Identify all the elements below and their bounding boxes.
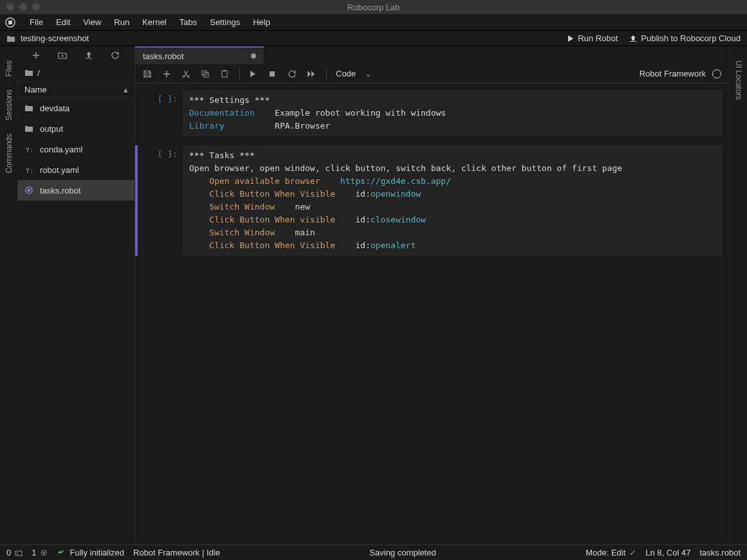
rail-ui-locators[interactable]: UI Locators bbox=[734, 54, 743, 106]
titlebar: Robocorp Lab bbox=[0, 0, 747, 14]
cell-body[interactable]: *** Tasks ***Open browser, open window, … bbox=[183, 145, 723, 256]
status-counter-0[interactable]: 0 bbox=[6, 548, 23, 557]
rail-sessions[interactable]: Sessions bbox=[5, 83, 14, 127]
close-traffic-light[interactable] bbox=[6, 3, 14, 11]
minimize-traffic-light[interactable] bbox=[19, 3, 27, 11]
menu-tabs[interactable]: Tabs bbox=[173, 17, 203, 27]
cell-type-dropdown[interactable]: Code ⌄ bbox=[336, 69, 372, 78]
menu-view[interactable]: View bbox=[77, 17, 107, 27]
editor-area: tasks.robot Code ⌄ Robot Framework [ ]:*… bbox=[135, 46, 729, 545]
tab-tasks-robot[interactable]: tasks.robot bbox=[135, 46, 264, 64]
status-filename: tasks.robot bbox=[699, 548, 741, 557]
folder-icon bbox=[24, 124, 35, 133]
upload-icon[interactable] bbox=[84, 51, 95, 60]
project-name: testing-screenshot bbox=[21, 33, 89, 43]
app-icon bbox=[4, 16, 17, 29]
status-counter-1[interactable]: 1 bbox=[32, 548, 48, 557]
code-cell[interactable]: [ ]:*** Tasks ***Open browser, open wind… bbox=[135, 145, 723, 256]
kernel-language[interactable]: Robot Framework bbox=[640, 69, 706, 78]
menu-file[interactable]: File bbox=[23, 17, 50, 27]
code-cell[interactable]: [ ]:*** Settings ***Documentation Exampl… bbox=[135, 90, 723, 136]
status-kernel[interactable]: Robot Framework | Idle bbox=[133, 548, 220, 557]
dirty-indicator-icon bbox=[251, 53, 256, 59]
menu-kernel[interactable]: Kernel bbox=[136, 17, 173, 27]
cell-prompt: [ ]: bbox=[138, 145, 183, 256]
maximize-traffic-light[interactable] bbox=[32, 3, 40, 11]
copy-icon[interactable] bbox=[201, 69, 211, 78]
cell-prompt: [ ]: bbox=[138, 90, 183, 136]
restart-icon[interactable] bbox=[288, 69, 298, 78]
svg-rect-3 bbox=[28, 189, 30, 192]
svg-rect-11 bbox=[15, 551, 22, 555]
file-list: devdataoutputY:conda.yamlY:robot.yamltas… bbox=[18, 98, 134, 545]
menu-run[interactable]: Run bbox=[107, 17, 136, 27]
status-position[interactable]: Ln 8, Col 47 bbox=[645, 548, 690, 557]
file-list-header[interactable]: Name ▴ bbox=[18, 81, 134, 98]
run-robot-label: Run Robot bbox=[578, 33, 618, 43]
publish-label: Publish to Robocorp Cloud bbox=[641, 33, 741, 43]
yaml-icon: Y: bbox=[24, 165, 35, 175]
folder-icon bbox=[24, 104, 35, 113]
svg-rect-10 bbox=[270, 71, 275, 77]
save-icon[interactable] bbox=[143, 69, 153, 78]
statusbar: 0 1 Fully initialized Robot Framework | … bbox=[0, 545, 747, 560]
menu-settings[interactable]: Settings bbox=[203, 17, 246, 27]
name-column-label: Name bbox=[24, 85, 47, 95]
status-save: Saving completed bbox=[369, 548, 436, 557]
folder-icon bbox=[6, 34, 15, 43]
svg-rect-8 bbox=[222, 71, 227, 77]
sidebar-toolbar bbox=[18, 46, 134, 64]
kernel-status-icon bbox=[712, 69, 721, 78]
editor-toolbar: Code ⌄ Robot Framework bbox=[135, 64, 729, 84]
publish-button[interactable]: Publish to Robocorp Cloud bbox=[629, 33, 741, 43]
yaml-icon: Y: bbox=[24, 145, 35, 154]
breadcrumb[interactable]: / bbox=[18, 64, 134, 81]
editor-tabs: tasks.robot bbox=[135, 46, 729, 64]
cut-icon[interactable] bbox=[181, 69, 192, 78]
status-mode[interactable]: Mode: Edit ✓ bbox=[586, 548, 636, 557]
menubar: FileEditViewRunKernelTabsSettingsHelp bbox=[0, 14, 747, 31]
rail-commands[interactable]: Commands bbox=[5, 127, 14, 179]
window-title: Robocorp Lab bbox=[347, 3, 400, 12]
file-item-conda-yaml[interactable]: Y:conda.yaml bbox=[18, 139, 134, 159]
file-item-output[interactable]: output bbox=[18, 118, 134, 139]
menu-help[interactable]: Help bbox=[246, 17, 277, 27]
project-toolbar: testing-screenshot Run Robot Publish to … bbox=[0, 31, 747, 46]
add-cell-icon[interactable] bbox=[162, 69, 172, 78]
run-robot-button[interactable]: Run Robot bbox=[567, 33, 618, 43]
svg-point-4 bbox=[183, 75, 185, 77]
file-item-tasks-robot[interactable]: tasks.robot bbox=[18, 180, 134, 201]
new-folder-icon[interactable] bbox=[58, 51, 68, 60]
svg-point-5 bbox=[188, 75, 190, 77]
left-activity-bar: FilesSessionsCommands bbox=[0, 46, 18, 545]
cell-body[interactable]: *** Settings ***Documentation Example ro… bbox=[183, 90, 723, 136]
check-icon: ✓ bbox=[629, 548, 636, 557]
sort-chevron-icon: ▴ bbox=[124, 85, 128, 95]
menu-edit[interactable]: Edit bbox=[50, 17, 77, 27]
file-item-robot-yaml[interactable]: Y:robot.yaml bbox=[18, 159, 134, 180]
file-sidebar: / Name ▴ devdataoutputY:conda.yamlY:robo… bbox=[18, 46, 135, 545]
refresh-icon[interactable] bbox=[111, 51, 121, 60]
cell-type-label: Code bbox=[336, 69, 356, 78]
chevron-down-icon: ⌄ bbox=[365, 69, 372, 78]
run-cell-icon[interactable] bbox=[249, 70, 259, 78]
status-init[interactable]: Fully initialized bbox=[57, 548, 124, 557]
svg-point-13 bbox=[43, 552, 45, 554]
robot-icon bbox=[24, 186, 35, 195]
stop-icon[interactable] bbox=[268, 70, 279, 78]
file-item-devdata[interactable]: devdata bbox=[18, 98, 134, 118]
svg-rect-9 bbox=[223, 70, 226, 71]
rail-files[interactable]: Files bbox=[5, 54, 14, 83]
breadcrumb-path: / bbox=[37, 68, 40, 78]
notebook-cells: [ ]:*** Settings ***Documentation Exampl… bbox=[135, 84, 729, 545]
svg-rect-1 bbox=[8, 21, 12, 24]
paste-icon[interactable] bbox=[220, 69, 230, 78]
run-all-icon[interactable] bbox=[307, 70, 317, 78]
new-file-icon[interactable] bbox=[32, 51, 42, 60]
right-activity-bar: UI Locators bbox=[729, 46, 747, 545]
window-controls bbox=[6, 3, 40, 11]
